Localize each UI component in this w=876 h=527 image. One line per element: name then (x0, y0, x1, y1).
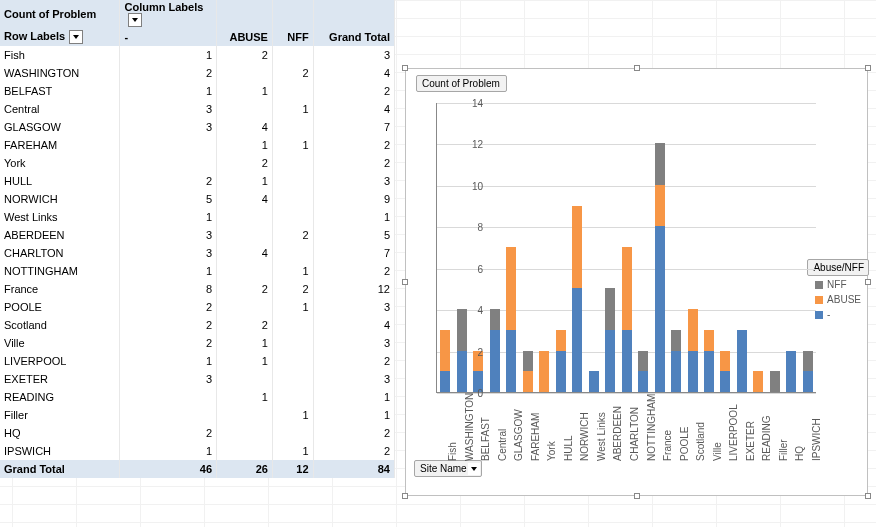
field-site-name[interactable]: Site Name (414, 460, 482, 477)
x-tick-label: York (546, 441, 557, 461)
cell-nff: 2 (272, 280, 313, 298)
row-label: WASHINGTON (0, 64, 120, 82)
row-label: France (0, 280, 120, 298)
bar-segment-nff (655, 143, 665, 184)
cell-dash (120, 154, 217, 172)
bar (453, 103, 469, 392)
table-row: Central314 (0, 100, 395, 118)
table-row: LIVERPOOL112 (0, 352, 395, 370)
table-row: READING11 (0, 388, 395, 406)
bar (734, 103, 750, 392)
column-labels-header[interactable]: Column Labels (120, 0, 217, 28)
x-tick-label: EXETER (745, 421, 756, 461)
bar (635, 103, 651, 392)
cell-total: 1 (313, 388, 394, 406)
x-tick-label: Filler (778, 439, 789, 461)
cell-dash: 1 (120, 352, 217, 370)
y-tick-label: 2 (477, 346, 483, 357)
cell-abuse: 2 (217, 46, 273, 64)
bar-segment-abuse (440, 330, 450, 371)
bar-segment-abuse (506, 247, 516, 330)
col-grand-total: Grand Total (313, 28, 394, 46)
x-tick-label: Central (497, 429, 508, 461)
bar (503, 103, 519, 392)
pivot-chart[interactable]: Count of Problem Site Name Abuse/NFF 024… (405, 68, 868, 496)
row-label: READING (0, 388, 120, 406)
cell-nff (272, 46, 313, 64)
bar-segment-nff (490, 309, 500, 330)
resize-handle[interactable] (402, 493, 408, 499)
resize-handle[interactable] (634, 493, 640, 499)
cell-dash: 3 (120, 118, 217, 136)
cell-abuse: 1 (217, 82, 273, 100)
legend-swatch-nff (815, 281, 823, 289)
bar-segment-abuse (523, 371, 533, 392)
cell-nff (272, 334, 313, 352)
cell-nff: 1 (272, 262, 313, 280)
cell-nff (272, 352, 313, 370)
cell-abuse: 1 (217, 136, 273, 154)
bar-segment-nff (523, 351, 533, 372)
cell-abuse: 2 (217, 316, 273, 334)
resize-handle[interactable] (402, 279, 408, 285)
row-label: EXETER (0, 370, 120, 388)
bar-segment-abuse (704, 330, 714, 351)
table-row: West Links11 (0, 208, 395, 226)
table-row: EXETER33 (0, 370, 395, 388)
cell-total: 4 (313, 100, 394, 118)
bar-segment-dash (440, 371, 450, 392)
dropdown-icon[interactable] (69, 30, 83, 44)
bar-segment-abuse (539, 351, 549, 392)
bar-segment-dash (490, 330, 500, 392)
cell-total: 5 (313, 226, 394, 244)
resize-handle[interactable] (634, 65, 640, 71)
bar (684, 103, 700, 392)
x-tick-label: LIVERPOOL (728, 404, 739, 461)
cell-abuse (217, 64, 273, 82)
row-label: Fish (0, 46, 120, 64)
table-row: Filler11 (0, 406, 395, 424)
cell-total: 2 (313, 82, 394, 100)
cell-nff (272, 190, 313, 208)
bar (767, 103, 783, 392)
x-tick-label: ABERDEEN (612, 406, 623, 461)
bar (552, 103, 568, 392)
bar (437, 103, 453, 392)
row-labels-header[interactable]: Row Labels (0, 28, 120, 46)
cell-nff: 1 (272, 100, 313, 118)
row-label: York (0, 154, 120, 172)
cell-total: 2 (313, 442, 394, 460)
x-tick-label: HULL (563, 435, 574, 461)
resize-handle[interactable] (865, 65, 871, 71)
legend-item-dash: - (827, 309, 830, 320)
cell-dash: 1 (120, 262, 217, 280)
resize-handle[interactable] (402, 65, 408, 71)
cell-nff (272, 82, 313, 100)
cell-total: 2 (313, 154, 394, 172)
x-tick-label: READING (761, 415, 772, 461)
legend: NFF ABUSE - (815, 279, 861, 324)
cell-nff: 1 (272, 442, 313, 460)
dropdown-icon[interactable] (128, 13, 142, 27)
bar-segment-dash (572, 288, 582, 392)
cell-abuse (217, 370, 273, 388)
table-row: Fish123 (0, 46, 395, 64)
bar (519, 103, 535, 392)
cell-dash: 5 (120, 190, 217, 208)
legend-title[interactable]: Abuse/NFF (807, 259, 869, 276)
row-label: HQ (0, 424, 120, 442)
cell-dash: 8 (120, 280, 217, 298)
table-row: Scotland224 (0, 316, 395, 334)
bar (651, 103, 667, 392)
x-tick-label: POOLE (679, 427, 690, 461)
resize-handle[interactable] (865, 493, 871, 499)
cell-nff (272, 118, 313, 136)
bar-segment-dash (589, 371, 599, 392)
resize-handle[interactable] (865, 279, 871, 285)
row-label: GLASGOW (0, 118, 120, 136)
cell-abuse (217, 208, 273, 226)
x-tick-label: WASHINGTON (464, 393, 475, 461)
dropdown-icon[interactable] (468, 463, 480, 475)
field-count-of-problem[interactable]: Count of Problem (416, 75, 507, 92)
bar-segment-nff (605, 288, 615, 329)
